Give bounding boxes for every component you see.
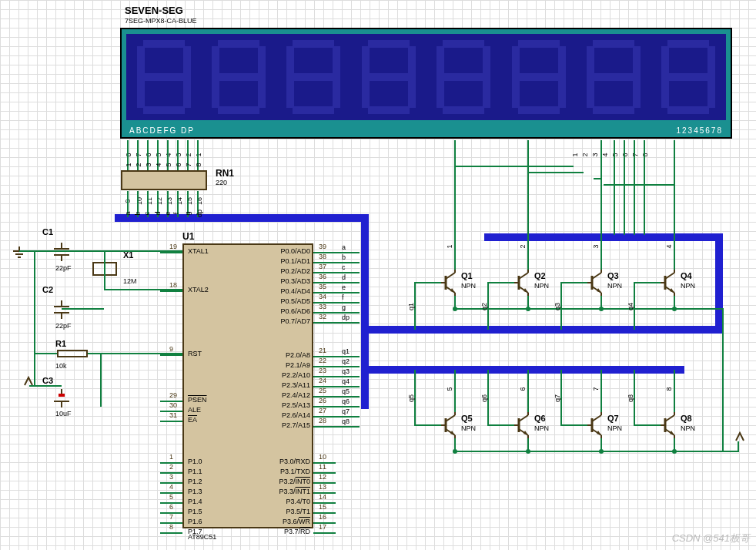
u1-pin-label: P3.3/INT1 — [279, 488, 310, 495]
net-label: dp — [342, 314, 350, 321]
u1-pin-num: 18 — [169, 281, 177, 289]
u1-pin-num: 34 — [319, 293, 326, 300]
u1-pin-num: 7 — [169, 513, 173, 521]
u1-pin-label: P1.6 — [188, 518, 202, 525]
u1-pin-num: 38 — [319, 253, 326, 260]
u1-pin-label: P0.6/AD6 — [280, 307, 310, 315]
u1-pin-num: 39 — [319, 243, 326, 250]
svg-line-18 — [446, 273, 455, 279]
transistor-q4 — [661, 270, 679, 296]
display-right-text: 12345678 — [677, 126, 724, 135]
u1-pin-num: 37 — [319, 263, 326, 270]
transistor-type: NPN — [534, 282, 549, 290]
net-label: q2 — [480, 303, 488, 310]
u1-pin-label: P2.5/A13 — [282, 401, 310, 409]
net-label: q8 — [342, 418, 350, 425]
transistor-type: NPN — [607, 282, 622, 290]
transistor-q7 — [587, 412, 606, 438]
u1-pin-num: 22 — [319, 357, 326, 364]
transistor-ref: Q4 — [681, 271, 692, 280]
u1-pin-label: P0.1/AD1 — [280, 257, 310, 265]
rn1-net: g — [184, 211, 192, 215]
pin-wire — [160, 290, 182, 292]
bus — [361, 214, 369, 332]
transistor-q3 — [587, 270, 606, 296]
junction-dot — [453, 449, 457, 454]
u1-pin-label: P1.4 — [188, 498, 202, 505]
display-part: 7SEG-MPX8-CA-BLUE — [125, 17, 197, 25]
junction-dot — [599, 307, 604, 311]
wire — [487, 424, 514, 426]
transistor-type: NPN — [681, 282, 695, 290]
wire — [738, 441, 739, 452]
rn1-resistor-network — [121, 170, 207, 190]
transistor-q2 — [514, 270, 533, 296]
u1-pin-num: 6 — [169, 503, 173, 511]
u1-pin-label: P0.5/AD5 — [280, 297, 310, 305]
u1-pin-label: P1.3 — [188, 488, 202, 495]
u1-pin-num: 17 — [319, 523, 326, 531]
u1-pin-label: P2.7/A15 — [282, 421, 310, 429]
u1-pin-num: 36 — [319, 273, 326, 280]
junction-dot — [672, 449, 677, 454]
collector-pin: 5 — [446, 387, 453, 391]
u1-pin-label: P1.2 — [188, 478, 202, 485]
u1-pin-num: 8 — [169, 523, 173, 531]
net-label: q6 — [480, 394, 488, 401]
wire — [454, 370, 456, 412]
net-label: q4 — [342, 377, 350, 385]
schematic-canvas[interactable]: SEVEN-SEG 7SEG-MPX8-CA-BLUE ABCDEFG DP 1… — [0, 0, 756, 550]
collector-pin: 8 — [665, 387, 673, 391]
rn1-net: dp — [196, 210, 203, 217]
u1-pin-label: P0.7/AD7 — [280, 317, 310, 325]
u1-pin-label: P3.4/T0 — [286, 498, 310, 505]
junction-dot — [526, 307, 530, 311]
u1-pin-label: P1.1 — [188, 468, 202, 475]
bus — [361, 332, 369, 409]
u1-pin-label: ALE — [188, 406, 201, 414]
net-label: q1 — [342, 347, 350, 355]
net-label: q1 — [407, 303, 415, 310]
watermark: CSDN @541板哥 — [672, 532, 750, 545]
wire — [19, 250, 62, 252]
u1-pin-label: P3.0/RXD — [279, 458, 310, 465]
transistor-q5 — [441, 412, 460, 438]
net-label: q7 — [342, 407, 350, 415]
pin-wire — [160, 532, 182, 534]
u1-pin-label: P0.3/AD3 — [280, 277, 310, 285]
c1-val: 22pF — [55, 264, 72, 272]
net-label: q2 — [342, 357, 350, 365]
u1-pin-num: 27 — [319, 407, 326, 414]
transistor-ref: Q7 — [607, 414, 619, 423]
rn1-pin: 3 — [145, 163, 152, 166]
u1-pin-label: P3.6/WR — [283, 518, 310, 525]
display-digit-pin: 2 — [581, 153, 589, 156]
u1-pin-label: P0.2/AD2 — [280, 267, 310, 275]
net-label: a — [342, 243, 346, 251]
wire — [454, 140, 456, 270]
wire — [29, 385, 62, 387]
rn1-value: 220 — [216, 179, 227, 186]
u1-pin-num: 25 — [319, 387, 326, 394]
u1-pin-num: 32 — [319, 313, 326, 320]
u1-pin-label: P2.3/A11 — [282, 381, 310, 389]
u1-pin-num: 13 — [319, 483, 326, 491]
transistor-q8 — [661, 412, 679, 438]
c3-val: 10uF — [55, 410, 72, 418]
u1-pin-label: XTAL2 — [188, 286, 209, 293]
u1-pin-num: 2 — [169, 463, 173, 471]
u1-pin-label: P3.5/T1 — [286, 508, 310, 515]
wire — [634, 140, 635, 235]
pin-wire — [160, 354, 182, 356]
rn1-pin: 5 — [165, 163, 172, 166]
wire — [100, 353, 102, 407]
rn1-pin: 4 — [155, 163, 162, 166]
bus — [115, 214, 361, 222]
svg-line-46 — [446, 415, 455, 421]
u1-pin-label: P3.2/INT0 — [279, 478, 310, 485]
u1-pin-num: 33 — [319, 303, 326, 310]
junction-dot — [599, 449, 604, 454]
u1-pin-num: 10 — [319, 453, 326, 461]
transistor-ref: Q5 — [461, 414, 473, 423]
net-label: d — [342, 273, 346, 281]
